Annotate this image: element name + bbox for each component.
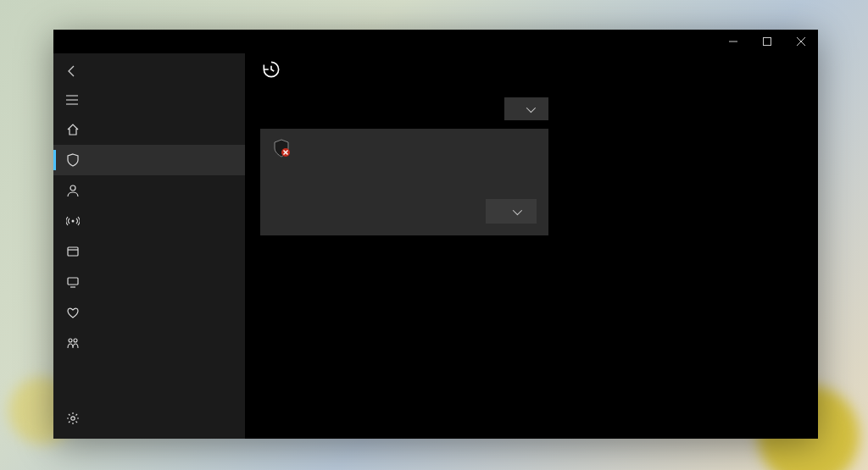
gear-icon bbox=[65, 412, 81, 425]
window-controls bbox=[716, 30, 818, 53]
hamburger-button[interactable] bbox=[53, 86, 245, 114]
close-button[interactable] bbox=[784, 30, 818, 53]
main-content bbox=[245, 53, 818, 439]
antenna-icon bbox=[65, 214, 81, 228]
svg-point-14 bbox=[74, 339, 77, 342]
history-icon bbox=[260, 58, 282, 86]
sidebar-item-device-security[interactable] bbox=[53, 267, 245, 297]
account-icon bbox=[65, 184, 81, 197]
filters-button[interactable] bbox=[504, 97, 548, 120]
shield-icon bbox=[65, 153, 81, 167]
sidebar-item-performance-health[interactable] bbox=[53, 297, 245, 328]
heart-icon bbox=[65, 306, 81, 319]
sidebar-item-firewall[interactable] bbox=[53, 206, 245, 236]
threat-card-body bbox=[272, 169, 537, 224]
sidebar-item-virus-threat[interactable] bbox=[53, 145, 245, 175]
chevron-down-icon bbox=[526, 102, 533, 115]
sidebar-item-app-browser[interactable] bbox=[53, 236, 245, 267]
svg-point-7 bbox=[70, 185, 75, 191]
actions-button[interactable] bbox=[486, 199, 537, 224]
threat-card bbox=[260, 129, 548, 235]
sidebar-item-settings[interactable] bbox=[53, 403, 245, 434]
svg-point-13 bbox=[69, 339, 72, 342]
family-icon bbox=[65, 336, 81, 350]
titlebar bbox=[53, 30, 818, 53]
app-icon bbox=[65, 245, 81, 258]
svg-point-15 bbox=[71, 417, 75, 420]
app-window bbox=[53, 30, 818, 439]
home-icon bbox=[65, 123, 81, 136]
sidebar-item-account[interactable] bbox=[53, 175, 245, 206]
back-button[interactable] bbox=[53, 57, 245, 86]
device-icon bbox=[65, 275, 81, 289]
maximize-button[interactable] bbox=[750, 30, 784, 53]
sidebar-item-family[interactable] bbox=[53, 328, 245, 358]
sidebar bbox=[53, 53, 245, 439]
threat-card-header bbox=[272, 139, 537, 158]
svg-rect-11 bbox=[68, 278, 78, 285]
threat-shield-icon bbox=[272, 139, 291, 158]
svg-rect-9 bbox=[68, 247, 78, 256]
sidebar-item-home[interactable] bbox=[53, 114, 245, 145]
right-column bbox=[638, 53, 818, 439]
svg-rect-1 bbox=[764, 38, 771, 46]
svg-point-8 bbox=[72, 220, 75, 223]
page-title-row bbox=[260, 58, 623, 86]
minimize-button[interactable] bbox=[716, 30, 750, 53]
chevron-down-icon bbox=[513, 205, 520, 218]
filter-row bbox=[260, 97, 548, 120]
center-column bbox=[245, 53, 638, 439]
